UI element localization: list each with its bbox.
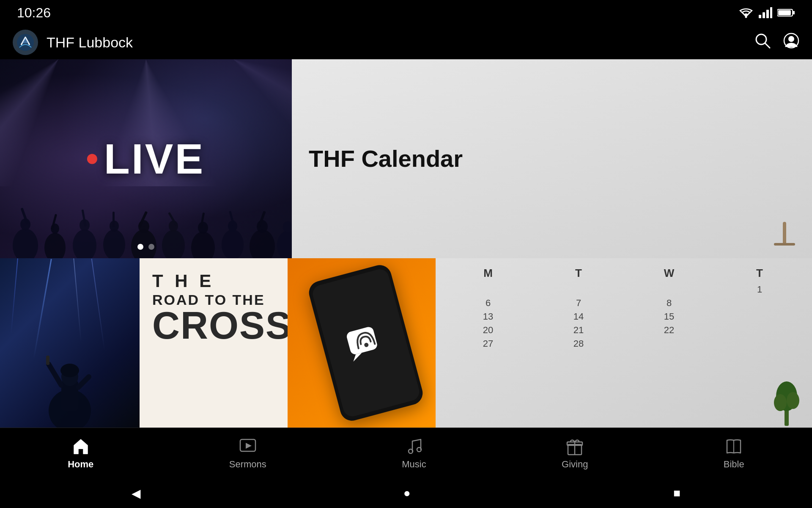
app-title: THF Lubbock <box>47 34 746 51</box>
search-button[interactable] <box>754 33 771 52</box>
svg-point-13 <box>13 229 38 258</box>
carousel-dot-2[interactable] <box>148 244 154 250</box>
svg-rect-2 <box>763 12 765 18</box>
cal-date-7: 7 <box>535 298 623 309</box>
svg-point-0 <box>745 16 747 18</box>
nav-label-music: Music <box>402 459 426 470</box>
svg-line-48 <box>78 377 89 387</box>
cal-date-22: 22 <box>625 325 713 336</box>
calendar-decoration <box>774 222 795 246</box>
cal-day-w: W <box>625 267 713 280</box>
sermons-icon <box>239 437 257 456</box>
account-button[interactable] <box>783 33 799 52</box>
live-label: LIVE <box>104 135 205 183</box>
worship-grid-item[interactable] <box>0 258 140 428</box>
nav-label-home: Home <box>68 459 93 470</box>
android-recent-button[interactable]: ■ <box>673 486 680 500</box>
bottom-nav: Home Sermons Music Giving <box>0 428 812 478</box>
cal-date-1: 1 <box>716 284 804 295</box>
hero-row: LIVE THF Calendar <box>0 59 812 258</box>
svg-line-10 <box>765 43 770 48</box>
cal-date-20: 20 <box>444 325 532 336</box>
nav-item-bible[interactable]: Bible <box>711 433 757 474</box>
android-home-button[interactable]: ● <box>403 486 411 500</box>
nav-item-sermons[interactable]: Sermons <box>217 433 279 474</box>
status-bar: 10:26 <box>0 0 812 25</box>
nav-item-home[interactable]: Home <box>55 433 106 474</box>
thf-calendar-card[interactable]: THF Calendar <box>292 59 812 258</box>
carousel-dot-1[interactable] <box>137 244 143 250</box>
music-icon <box>405 437 423 456</box>
performer-svg <box>27 322 112 428</box>
nav-label-bible: Bible <box>724 459 744 470</box>
cal-date-empty2 <box>535 284 623 295</box>
cal-date-gap2 <box>716 311 804 322</box>
svg-marker-57 <box>246 443 252 449</box>
cal-day-t: T <box>535 267 623 280</box>
calendar-title: THF Calendar <box>309 146 795 172</box>
svg-rect-7 <box>778 10 791 15</box>
main-content: LIVE THF Calendar <box>0 59 812 428</box>
calendar-card-content: THF Calendar <box>292 59 812 258</box>
svg-rect-24 <box>112 212 115 227</box>
cal-date-28: 28 <box>535 338 623 349</box>
cal-date-empty3 <box>625 284 713 295</box>
search-icon <box>754 33 771 49</box>
app-logo <box>13 30 38 55</box>
svg-rect-3 <box>766 10 769 18</box>
cal-date-8: 8 <box>625 298 713 309</box>
cal-date-27: 27 <box>444 338 532 349</box>
road-to-cross-item[interactable]: T H E ROAD TO THE CROSS <box>140 258 288 428</box>
svg-point-45 <box>60 364 79 377</box>
app-bar: THF Lubbock <box>0 25 812 59</box>
svg-point-16 <box>44 233 66 258</box>
svg-rect-6 <box>793 11 795 14</box>
nav-label-sermons: Sermons <box>229 459 266 470</box>
live-banner[interactable]: LIVE <box>0 59 292 258</box>
battery-icon <box>777 8 795 17</box>
calendar-grid-content: M T W T 1 6 7 8 <box>444 267 804 349</box>
cal-date-empty <box>444 284 532 295</box>
road-text: T H E ROAD TO THE CROSS <box>152 271 275 343</box>
svg-rect-1 <box>759 15 761 18</box>
plant-decoration <box>774 375 799 428</box>
road-the-text: T H E <box>152 271 275 291</box>
logo-icon <box>16 33 35 52</box>
svg-line-46 <box>49 364 61 385</box>
home-icon <box>71 437 90 456</box>
carousel-dots <box>137 244 154 250</box>
cal-date-gap4 <box>625 338 713 349</box>
calendar-grid-item[interactable]: M T W T 1 6 7 8 <box>436 258 812 428</box>
podcast-item[interactable] <box>288 258 436 428</box>
android-back-button[interactable]: ◀ <box>132 486 141 500</box>
cal-day-m: M <box>444 267 532 280</box>
android-nav-bar: ◀ ● ■ <box>0 478 812 508</box>
nav-item-giving[interactable]: Giving <box>549 433 601 474</box>
nav-label-giving: Giving <box>562 459 588 470</box>
cal-date-13: 13 <box>444 311 532 322</box>
cal-date-21: 21 <box>535 325 623 336</box>
svg-point-40 <box>277 231 292 258</box>
live-dot <box>87 154 97 164</box>
svg-rect-47 <box>46 356 49 365</box>
svg-point-34 <box>222 229 244 258</box>
svg-point-22 <box>103 229 125 258</box>
cal-date-15: 15 <box>625 311 713 322</box>
app-bar-actions <box>754 33 799 52</box>
bible-icon <box>724 437 743 456</box>
cal-date-gap <box>716 298 804 309</box>
svg-rect-4 <box>770 7 772 18</box>
cal-day-t2: T <box>716 267 804 280</box>
svg-point-55 <box>787 392 799 409</box>
status-time: 10:26 <box>17 5 51 21</box>
signal-icon <box>759 7 772 18</box>
svg-point-37 <box>250 229 275 258</box>
giving-icon <box>565 437 584 456</box>
cal-date-14: 14 <box>535 311 623 322</box>
podcast-icon <box>340 317 392 369</box>
svg-point-28 <box>162 230 185 258</box>
cal-date-gap5 <box>716 338 804 349</box>
svg-marker-50 <box>352 353 364 362</box>
content-grid: T H E ROAD TO THE CROSS <box>0 258 812 428</box>
nav-item-music[interactable]: Music <box>389 433 439 474</box>
